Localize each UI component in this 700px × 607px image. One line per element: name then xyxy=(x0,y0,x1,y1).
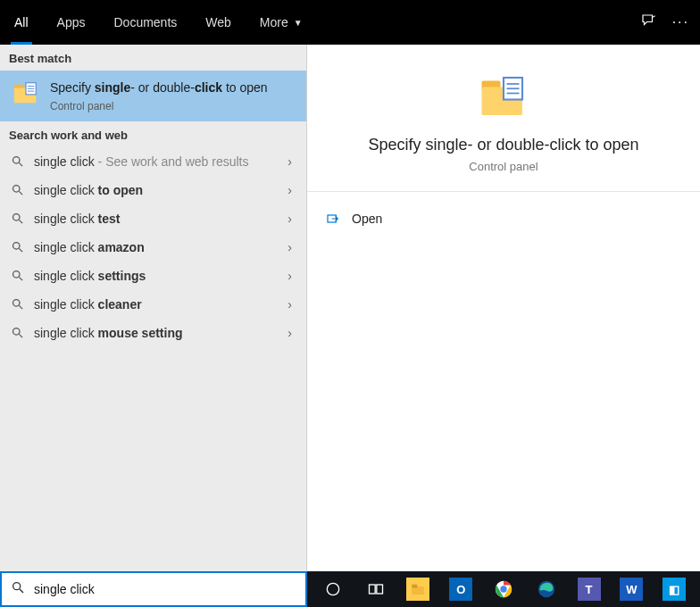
svg-point-6 xyxy=(12,157,20,164)
taskbar-app[interactable]: ◧ xyxy=(655,575,693,603)
suggestion-item[interactable]: single click - See work and web results› xyxy=(0,147,306,176)
taskbar-edge[interactable] xyxy=(528,575,565,603)
suggestion-item[interactable]: single click to open› xyxy=(0,176,306,204)
best-match-result[interactable]: Specify single- or double-click to open … xyxy=(0,71,306,121)
suggestion-text: single click - See work and web results xyxy=(34,154,282,169)
tab-label: More xyxy=(260,15,288,29)
svg-point-16 xyxy=(12,300,20,307)
section-best-match: Best match xyxy=(0,45,306,71)
more-options-icon[interactable]: ··· xyxy=(672,14,689,30)
svg-line-19 xyxy=(19,335,22,338)
suggestion-item[interactable]: single click settings› xyxy=(0,262,306,290)
svg-point-10 xyxy=(12,214,20,221)
chevron-right-icon[interactable]: › xyxy=(282,297,297,312)
open-icon xyxy=(325,212,341,226)
svg-line-11 xyxy=(19,220,22,224)
tab-web[interactable]: Web xyxy=(191,0,246,45)
detail-subtitle: Control panel xyxy=(469,160,538,173)
open-label: Open xyxy=(352,212,382,226)
feedback-icon[interactable] xyxy=(640,12,656,32)
control-panel-folder-icon xyxy=(479,71,529,121)
chevron-right-icon[interactable]: › xyxy=(282,326,297,340)
svg-point-8 xyxy=(12,186,20,193)
control-panel-folder-icon xyxy=(12,79,39,106)
svg-line-28 xyxy=(20,589,23,593)
section-work-web: Search work and web xyxy=(0,121,306,147)
suggestion-text: single click amazon xyxy=(34,240,282,254)
search-icon xyxy=(9,326,25,339)
taskbar-cortana[interactable] xyxy=(314,575,352,603)
tab-all[interactable]: All xyxy=(0,0,43,45)
search-icon xyxy=(11,580,25,598)
suggestion-item[interactable]: single click test› xyxy=(0,204,306,233)
tab-label: Apps xyxy=(57,15,86,29)
chevron-right-icon[interactable]: › xyxy=(282,183,297,197)
taskbar-teams[interactable]: T xyxy=(571,575,608,603)
suggestion-text: single click settings xyxy=(34,269,282,283)
tab-apps[interactable]: Apps xyxy=(43,0,100,45)
suggestion-item[interactable]: single click mouse setting› xyxy=(0,319,306,347)
svg-line-15 xyxy=(19,278,22,281)
chevron-right-icon[interactable]: › xyxy=(282,154,297,169)
tab-more[interactable]: More ▼ xyxy=(246,0,317,45)
chevron-right-icon[interactable]: › xyxy=(282,240,297,254)
chevron-right-icon[interactable]: › xyxy=(282,212,297,226)
svg-line-17 xyxy=(19,306,22,310)
taskbar-word[interactable]: W xyxy=(612,575,650,603)
taskbar-outlook[interactable]: O xyxy=(442,575,479,603)
best-match-subtitle: Control panel xyxy=(50,100,296,112)
result-detail-pane: Specify single- or double-click to open … xyxy=(307,45,700,571)
svg-point-27 xyxy=(13,583,21,590)
suggestion-text: single click mouse setting xyxy=(34,326,282,340)
suggestion-item[interactable]: single click amazon› xyxy=(0,233,306,262)
taskbar: O T W ◧ xyxy=(307,571,700,607)
tab-documents[interactable]: Documents xyxy=(99,0,191,45)
svg-rect-31 xyxy=(377,585,383,594)
taskbar-chrome[interactable] xyxy=(485,575,522,603)
svg-rect-33 xyxy=(412,585,418,588)
svg-rect-30 xyxy=(369,585,375,594)
taskbar-file-explorer[interactable] xyxy=(400,575,438,603)
search-input[interactable] xyxy=(34,582,296,596)
search-icon xyxy=(9,269,25,282)
suggestion-text: single click cleaner xyxy=(34,297,282,312)
suggestion-list: single click - See work and web results›… xyxy=(0,147,306,347)
chevron-right-icon[interactable]: › xyxy=(282,269,297,283)
taskbar-task-view[interactable] xyxy=(357,575,395,603)
search-icon xyxy=(9,212,25,225)
tab-label: Documents xyxy=(113,15,177,29)
detail-title: Specify single- or double-click to open xyxy=(368,136,638,154)
svg-line-9 xyxy=(19,192,22,195)
results-left-pane: Best match Specify single- or double-cli… xyxy=(0,45,307,571)
search-icon xyxy=(9,183,25,196)
search-icon xyxy=(9,154,25,168)
search-box[interactable] xyxy=(0,571,307,607)
svg-point-29 xyxy=(327,583,338,595)
suggestion-text: single click to open xyxy=(34,183,282,197)
svg-point-12 xyxy=(12,243,20,250)
tab-label: All xyxy=(14,15,29,29)
suggestion-text: single click test xyxy=(34,212,282,226)
open-action[interactable]: Open xyxy=(312,204,695,233)
chevron-down-icon: ▼ xyxy=(294,18,303,28)
svg-line-13 xyxy=(19,249,22,253)
svg-point-35 xyxy=(500,586,506,592)
best-match-title: Specify single- or double-click to open xyxy=(50,79,296,96)
svg-point-14 xyxy=(12,271,20,279)
search-icon xyxy=(9,240,25,254)
search-filter-bar: All Apps Documents Web More ▼ ··· xyxy=(0,0,700,45)
suggestion-item[interactable]: single click cleaner› xyxy=(0,290,306,319)
tab-label: Web xyxy=(205,15,231,29)
svg-line-7 xyxy=(19,163,22,167)
search-icon xyxy=(9,297,25,311)
svg-point-18 xyxy=(12,328,20,336)
